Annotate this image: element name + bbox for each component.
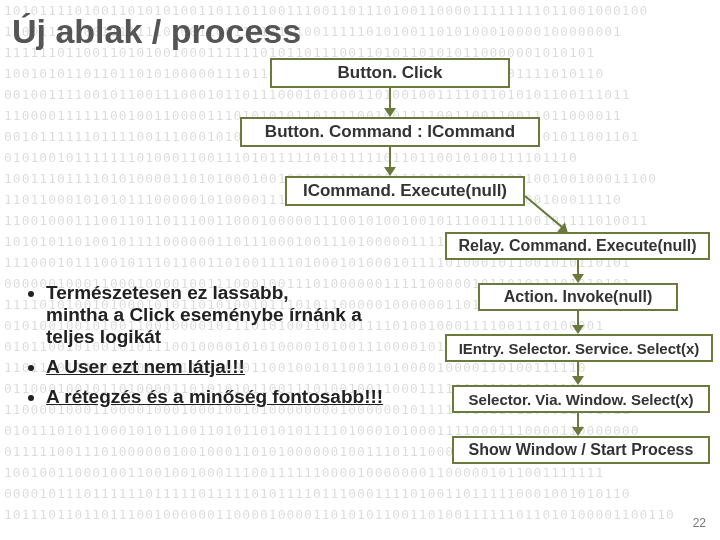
slide: 1010111101001101010100110110110011100110… <box>0 0 720 540</box>
bullet-list: Természetesen ez lassabb, mintha a Click… <box>22 282 422 416</box>
arrow-head-icon <box>384 108 396 117</box>
bullet-text: A User ezt nem látja!!! <box>46 356 245 377</box>
arrow-head-icon <box>572 376 584 385</box>
bullet-item: A User ezt nem látja!!! <box>46 356 422 378</box>
arrow-head-icon <box>572 427 584 436</box>
slide-number: 22 <box>693 516 706 530</box>
arrow <box>389 88 391 108</box>
arrow <box>577 311 579 325</box>
bullet-text: A rétegzés és a minőség fontosabb!!! <box>46 386 383 407</box>
arrow <box>577 362 579 376</box>
flow-box-action-invoke: Action. Invoke(null) <box>478 283 678 311</box>
flow-box-button-command: Button. Command : ICommand <box>240 117 540 147</box>
bullet-item: A rétegzés és a minőség fontosabb!!! <box>46 386 422 408</box>
arrow-head-icon <box>572 274 584 283</box>
arrow <box>389 147 391 167</box>
flow-box-icommand-execute: ICommand. Execute(null) <box>285 176 525 206</box>
flow-box-ientry-selector: IEntry. Selector. Service. Select(x) <box>445 334 713 362</box>
arrow <box>577 413 579 427</box>
bullet-text: teljes logikát <box>46 326 422 348</box>
flow-box-show-window: Show Window / Start Process <box>452 436 710 464</box>
arrow-head-icon <box>384 167 396 176</box>
flow-box-button-click: Button. Click <box>270 58 510 88</box>
bullet-text: Természetesen ez lassabb, <box>46 282 422 304</box>
page-title: Új ablak / process <box>12 12 301 51</box>
arrow <box>577 260 579 274</box>
bullet-item: Természetesen ez lassabb, mintha a Click… <box>46 282 422 348</box>
flow-box-selector-via-window: Selector. Via. Window. Select(x) <box>452 385 710 413</box>
arrow-head-icon <box>572 325 584 334</box>
flow-box-relay-command: Relay. Command. Execute(null) <box>445 232 710 260</box>
bullet-text: mintha a Click eseménybe írnánk a <box>46 304 422 326</box>
